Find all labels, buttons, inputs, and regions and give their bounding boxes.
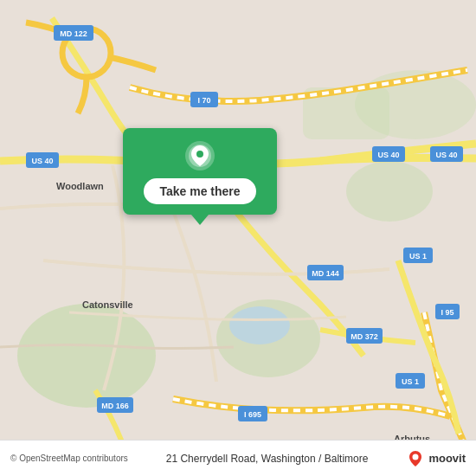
popup-box: Take me there [123,128,277,215]
take-me-there-button[interactable]: Take me there [144,178,255,204]
svg-text:US 1: US 1 [409,252,427,261]
svg-text:MD 166: MD 166 [101,402,129,410]
svg-text:US 1: US 1 [402,377,419,386]
svg-text:Woodlawn: Woodlawn [56,181,104,191]
moovit-logo: moovit [406,449,466,468]
svg-text:US 40: US 40 [31,157,53,165]
svg-text:Catonsville: Catonsville [82,299,133,310]
address-text: 21 Cherrydell Road, Washington / Baltimo… [166,453,369,465]
map-svg: MD 122 I 70 US 40 US 40 US 40 US 40 MD 1… [0,0,476,476]
svg-text:MD 372: MD 372 [351,332,378,341]
svg-text:US 40: US 40 [377,151,399,159]
moovit-brand-label: moovit [428,452,466,465]
address-label: 21 Cherrydell Road, Washington / Baltimo… [128,453,407,465]
svg-point-4 [346,161,433,222]
location-popup: Take me there [123,128,277,225]
popup-arrow [191,215,209,225]
svg-text:MD 122: MD 122 [60,29,87,38]
svg-point-7 [229,306,290,344]
svg-text:I 695: I 695 [244,410,261,419]
svg-text:MD 144: MD 144 [312,269,339,278]
svg-text:I 95: I 95 [441,308,453,317]
svg-text:US 40: US 40 [435,151,457,159]
svg-point-41 [413,453,419,460]
svg-text:I 70: I 70 [197,96,210,105]
bottom-bar: © OpenStreetMap contributors 21 Cherryde… [0,440,476,476]
map-attribution: © OpenStreetMap contributors [10,453,128,463]
svg-point-40 [196,151,203,158]
moovit-logo-icon [406,449,425,468]
map-container: MD 122 I 70 US 40 US 40 US 40 US 40 MD 1… [0,0,476,476]
svg-point-1 [17,304,156,408]
location-pin-icon [184,140,215,171]
